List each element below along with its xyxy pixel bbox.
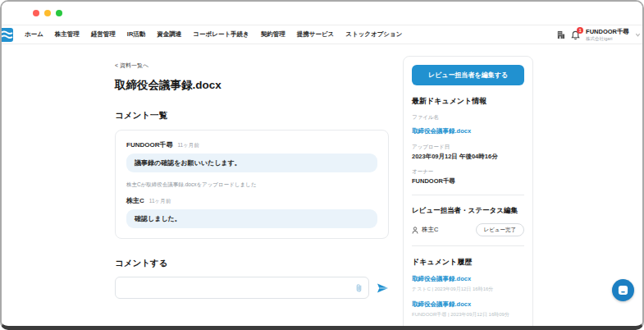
nav-item-ir-activities[interactable]: IR活動 bbox=[127, 30, 146, 39]
system-message: 株主Cが取締役会議事録.docxをアップロードしました bbox=[126, 181, 377, 189]
comment-composer bbox=[115, 277, 389, 299]
divider bbox=[412, 195, 524, 195]
page-title: 取締役会議事録.docx bbox=[115, 78, 389, 93]
main-navigation: ホーム 株主管理 経営管理 IR活動 資金調達 コーポレート手続き 契約管理 提… bbox=[2, 30, 402, 39]
notification-badge: 1 bbox=[577, 27, 583, 34]
document-sidebar: レビュー担当者を編集する 最新ドキュメント情報 ファイル名 取締役会議事録.do… bbox=[403, 56, 533, 330]
user-menu[interactable]: FUNDOOR千尋 株式会社igari bbox=[586, 29, 629, 41]
chat-bubble-icon bbox=[618, 285, 628, 296]
comment-bubble: 確認しました。 bbox=[126, 209, 377, 228]
comment-bubble: 議事録の確認をお願いいたします。 bbox=[126, 154, 377, 172]
upload-date-value: 2023年09月12日 午後04時16分 bbox=[412, 153, 524, 161]
navbar: ホーム 株主管理 経営管理 IR活動 資金調達 コーポレート手続き 契約管理 提… bbox=[2, 25, 642, 44]
document-history-heading: ドキュメント履歴 bbox=[412, 257, 524, 268]
history-document-link[interactable]: 取締役会議事録.docx bbox=[412, 300, 471, 309]
building-icon[interactable] bbox=[556, 30, 565, 39]
nav-item-shareholder-management[interactable]: 株主管理 bbox=[55, 30, 80, 39]
comment: FUNDOOR千尋 11ヶ月前 議事録の確認をお願いいたします。 bbox=[126, 140, 377, 172]
nav-item-business-management[interactable]: 経営管理 bbox=[91, 30, 116, 39]
comment-input[interactable] bbox=[115, 277, 369, 299]
nav-item-contract-management[interactable]: 契約管理 bbox=[261, 30, 285, 39]
comment-author: FUNDOOR千尋 bbox=[126, 140, 172, 149]
notifications-button[interactable]: 1 bbox=[571, 30, 580, 40]
comment: 株主C 11ヶ月前 確認しました。 bbox=[126, 196, 377, 228]
user-company: 株式会社igari bbox=[586, 36, 629, 41]
app-window: ホーム 株主管理 経営管理 IR活動 資金調達 コーポレート手続き 契約管理 提… bbox=[0, 0, 644, 330]
nav-item-partner-services[interactable]: 提携サービス bbox=[297, 30, 335, 39]
review-status-badge[interactable]: レビュー完了 bbox=[476, 223, 524, 236]
file-name-link[interactable]: 取締役会議事録.docx bbox=[412, 127, 471, 135]
review-status-heading: レビュー担当者・ステータス編集 bbox=[412, 206, 524, 216]
attachment-icon[interactable] bbox=[355, 283, 363, 292]
comment-time: 11ヶ月前 bbox=[177, 142, 199, 149]
edit-reviewers-button[interactable]: レビュー担当者を編集する bbox=[412, 65, 524, 85]
chat-support-button[interactable] bbox=[612, 279, 634, 301]
nav-item-stock-options[interactable]: ストックオプション bbox=[345, 30, 402, 39]
comments-heading: コメント一覧 bbox=[115, 110, 389, 121]
titlebar bbox=[2, 2, 642, 25]
history-document-link[interactable]: 取締役会議事録.docx bbox=[412, 275, 471, 283]
doc-info-heading: 最新ドキュメント情報 bbox=[412, 96, 524, 107]
upload-date-label: アップロード日 bbox=[412, 144, 524, 151]
fundoor-logo-icon[interactable] bbox=[0, 28, 13, 42]
comment-time: 11ヶ月前 bbox=[149, 198, 171, 205]
composer-heading: コメントする bbox=[115, 258, 389, 269]
history-meta: テストC | 2023年09月12日 16時16分 bbox=[412, 286, 524, 293]
close-window-button[interactable] bbox=[33, 10, 39, 16]
file-name-label: ファイル名 bbox=[412, 114, 524, 121]
history-meta: FUNDOOR千尋 | 2023年09月12日 16時09分 bbox=[412, 311, 524, 319]
navbar-right: 1 FUNDOOR千尋 株式会社igari bbox=[556, 25, 641, 44]
owner-value: FUNDOOR千尋 bbox=[412, 177, 524, 186]
divider bbox=[412, 328, 524, 328]
maximize-window-button[interactable] bbox=[56, 10, 62, 16]
nav-item-corporate-procedures[interactable]: コーポレート手続き bbox=[193, 30, 249, 39]
owner-label: オーナー bbox=[412, 168, 524, 176]
user-name: FUNDOOR千尋 bbox=[586, 29, 629, 36]
minimize-window-button[interactable] bbox=[44, 10, 51, 16]
back-to-documents-link[interactable]: < 資料一覧へ bbox=[115, 62, 148, 70]
divider bbox=[412, 245, 524, 246]
document-detail-main: < 資料一覧へ 取締役会議事録.docx コメント一覧 FUNDOOR千尋 11… bbox=[115, 56, 389, 299]
reviewer-name: 株主C bbox=[422, 226, 438, 234]
send-comment-button[interactable] bbox=[377, 282, 389, 294]
person-icon bbox=[412, 227, 418, 234]
reviewer-row: 株主C レビュー完了 bbox=[412, 223, 524, 236]
chevron-down-icon[interactable] bbox=[635, 32, 641, 38]
comment-author: 株主C bbox=[126, 196, 144, 205]
nav-item-home[interactable]: ホーム bbox=[25, 30, 43, 39]
nav-item-fundraising[interactable]: 資金調達 bbox=[157, 30, 181, 39]
comment-list: FUNDOOR千尋 11ヶ月前 議事録の確認をお願いいたします。 株主Cが取締役… bbox=[115, 130, 389, 239]
